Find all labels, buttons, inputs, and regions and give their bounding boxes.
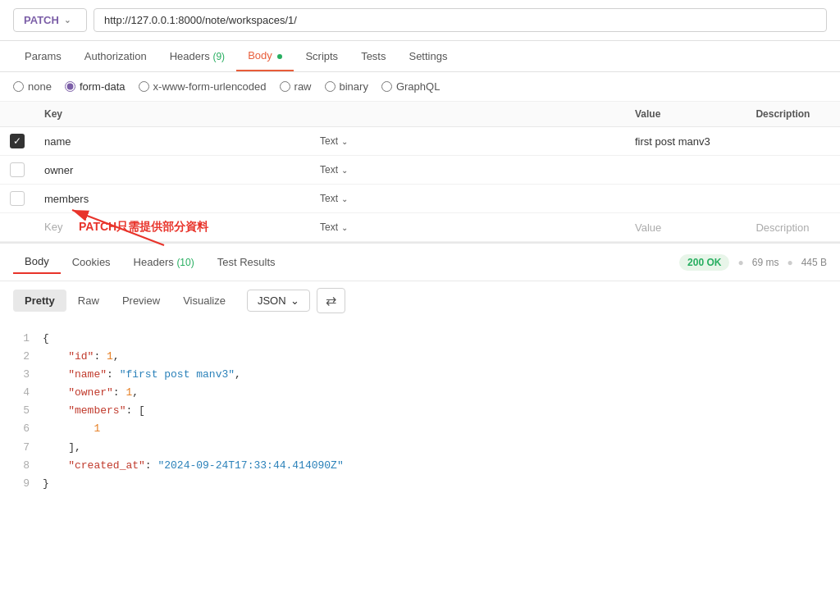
subtab-raw[interactable]: Raw bbox=[66, 290, 111, 312]
json-line-2: 2 "id": 1, bbox=[13, 348, 827, 366]
row1-check[interactable]: ✓ bbox=[0, 127, 34, 156]
json-line-4: 4 "owner": 1, bbox=[13, 384, 827, 402]
response-tab-bar: Body Cookies Headers (10) Test Results 2… bbox=[0, 242, 840, 281]
json-line-6: 6 1 bbox=[13, 420, 827, 438]
table-row: Key PATCH只需提供部分資料 Text ⌄ Value Descripti… bbox=[0, 213, 840, 242]
tab-scripts[interactable]: Scripts bbox=[294, 42, 349, 71]
table-row: owner Text ⌄ bbox=[0, 156, 840, 185]
request-tab-bar: Params Authorization Headers (9) Body Sc… bbox=[0, 41, 840, 72]
response-status-area: 200 OK ● 69 ms ● 445 B bbox=[679, 254, 827, 271]
row3-check[interactable] bbox=[0, 185, 34, 213]
row1-desc[interactable] bbox=[746, 127, 840, 156]
body-graphql-option[interactable]: GraphQL bbox=[381, 80, 440, 93]
row3-type[interactable]: Text ⌄ bbox=[313, 185, 625, 213]
col-description: Description bbox=[746, 102, 840, 127]
row2-type[interactable]: Text ⌄ bbox=[313, 156, 625, 185]
tab-settings[interactable]: Settings bbox=[397, 42, 459, 71]
response-tab-headers[interactable]: Headers (10) bbox=[122, 251, 206, 273]
json-line-8: 8 "created_at": "2024-09-24T17:33:44.414… bbox=[13, 457, 827, 475]
type-chevron-icon: ⌄ bbox=[341, 194, 348, 203]
format-chevron-icon: ⌄ bbox=[290, 294, 299, 307]
row2-key[interactable]: owner bbox=[34, 156, 313, 185]
form-data-table-wrapper: Key Value Description ✓ name Text ⌄ bbox=[0, 102, 840, 242]
unchecked-icon[interactable] bbox=[10, 191, 25, 206]
json-line-9: 9 } bbox=[13, 475, 827, 493]
response-time: 69 ms bbox=[752, 257, 779, 268]
unchecked-icon[interactable] bbox=[10, 162, 25, 177]
subtab-visualize[interactable]: Visualize bbox=[171, 290, 237, 312]
body-none-option[interactable]: none bbox=[13, 80, 52, 93]
row4-check bbox=[0, 213, 34, 242]
body-urlencoded-option[interactable]: x-www-form-urlencoded bbox=[139, 80, 267, 93]
col-value: Value bbox=[625, 102, 746, 127]
url-input[interactable] bbox=[94, 8, 827, 32]
table-row: ✓ name Text ⌄ first post manv3 bbox=[0, 127, 840, 156]
col-check bbox=[0, 102, 34, 127]
row1-key[interactable]: name bbox=[34, 127, 313, 156]
tab-params[interactable]: Params bbox=[13, 42, 73, 71]
tab-authorization[interactable]: Authorization bbox=[73, 42, 158, 71]
response-size: 445 B bbox=[801, 257, 827, 268]
json-line-3: 3 "name": "first post manv3", bbox=[13, 366, 827, 384]
json-line-7: 7 ], bbox=[13, 439, 827, 457]
response-tab-test-results[interactable]: Test Results bbox=[206, 251, 287, 273]
type-chevron-icon: ⌄ bbox=[341, 223, 348, 232]
row3-key[interactable]: members bbox=[34, 185, 313, 213]
row4-key-placeholder[interactable]: Key PATCH只需提供部分資料 bbox=[34, 213, 313, 242]
method-selector[interactable]: PATCH ⌄ bbox=[13, 8, 87, 32]
json-line-1: 1 { bbox=[13, 330, 827, 348]
tab-body[interactable]: Body bbox=[236, 41, 294, 71]
url-bar: PATCH ⌄ bbox=[0, 0, 840, 41]
form-data-table: Key Value Description ✓ name Text ⌄ bbox=[0, 102, 840, 242]
type-chevron-icon: ⌄ bbox=[341, 137, 348, 146]
row4-value-placeholder[interactable]: Value bbox=[625, 213, 746, 242]
format-selector[interactable]: JSON ⌄ bbox=[247, 290, 310, 312]
row4-desc-placeholder[interactable]: Description bbox=[746, 213, 840, 242]
body-raw-option[interactable]: raw bbox=[280, 80, 312, 93]
checked-icon[interactable]: ✓ bbox=[10, 134, 25, 148]
table-row: members Text ⌄ bbox=[0, 185, 840, 213]
subtab-preview[interactable]: Preview bbox=[111, 290, 171, 312]
type-chevron-icon: ⌄ bbox=[341, 166, 348, 175]
response-headers-badge: (10) bbox=[176, 257, 194, 268]
row3-desc[interactable] bbox=[746, 185, 840, 213]
row2-check[interactable] bbox=[0, 156, 34, 185]
row3-value[interactable] bbox=[625, 185, 746, 213]
body-active-dot bbox=[277, 54, 282, 59]
body-form-data-option[interactable]: form-data bbox=[65, 80, 126, 93]
tab-headers[interactable]: Headers (9) bbox=[158, 42, 236, 71]
method-label: PATCH bbox=[24, 14, 59, 26]
row2-desc[interactable] bbox=[746, 156, 840, 185]
json-response-area: 1 { 2 "id": 1, 3 "name": "first post man… bbox=[0, 320, 840, 503]
wrap-button[interactable]: ⇄ bbox=[317, 288, 345, 313]
annotation-label: PATCH只需提供部分資料 bbox=[79, 220, 208, 233]
response-view-subtabs: Pretty Raw Preview Visualize JSON ⌄ ⇄ bbox=[0, 281, 840, 320]
row1-value[interactable]: first post manv3 bbox=[625, 127, 746, 156]
subtab-pretty[interactable]: Pretty bbox=[13, 290, 66, 312]
method-chevron-icon: ⌄ bbox=[64, 16, 71, 25]
row4-type[interactable]: Text ⌄ bbox=[313, 213, 625, 242]
headers-badge: (9) bbox=[212, 51, 225, 62]
row2-value[interactable] bbox=[625, 156, 746, 185]
tab-tests[interactable]: Tests bbox=[349, 42, 397, 71]
body-binary-option[interactable]: binary bbox=[325, 80, 368, 93]
row1-type[interactable]: Text ⌄ bbox=[313, 127, 625, 156]
status-badge: 200 OK bbox=[679, 254, 729, 271]
col-key: Key bbox=[34, 102, 313, 127]
body-type-options: none form-data x-www-form-urlencoded raw… bbox=[0, 72, 840, 102]
response-tab-cookies[interactable]: Cookies bbox=[61, 251, 122, 273]
json-line-5: 5 "members": [ bbox=[13, 402, 827, 420]
col-type bbox=[313, 102, 625, 127]
response-tab-body[interactable]: Body bbox=[13, 250, 61, 274]
